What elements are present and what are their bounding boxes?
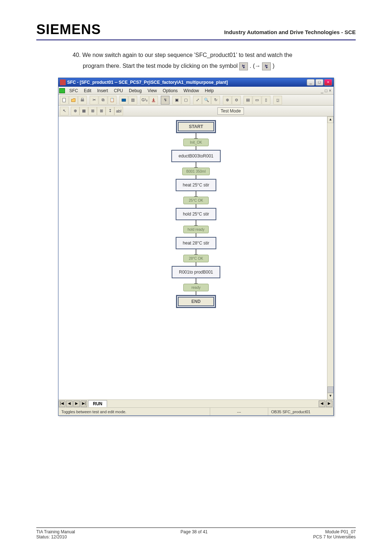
sfc-sequence: START Init_OK eductB003toR001 B001 350ml… xyxy=(171,120,221,308)
insert-alt-icon[interactable]: ⊞ xyxy=(88,107,97,115)
window-title: SFC - [SFC_product01 -- SCE_PCS7_Prj\SCE… xyxy=(67,80,307,85)
insert-jump-icon[interactable]: ↧ xyxy=(106,107,114,115)
titlebar: SFC - [SFC_product01 -- SCE_PCS7_Prj\SCE… xyxy=(58,78,334,87)
menu-insert[interactable]: Insert xyxy=(94,88,111,93)
tab-run[interactable]: RUN xyxy=(88,400,107,407)
footer-l1: TIA Training Manual xyxy=(36,529,75,534)
tab-nav-first[interactable]: |◀ xyxy=(59,401,65,407)
test-mode-icon-inline-2: ↯ xyxy=(262,62,271,70)
cut-icon[interactable]: ✂ xyxy=(90,96,98,104)
edit-toolbar: ↖ ⊕ ▦ ⊞ ⊞ ↧ abl Test Mode xyxy=(58,106,334,116)
insert-text-icon[interactable]: abl xyxy=(114,107,123,115)
test-mode-button[interactable]: ↯ xyxy=(161,96,170,104)
trans-350ml[interactable]: B001 350ml xyxy=(182,168,209,175)
step-heat25[interactable]: heat 25°C stir xyxy=(176,179,217,191)
mdi-controls: _ □ × xyxy=(321,88,333,93)
vertical-scrollbar[interactable]: ▲ ▼ xyxy=(327,116,334,399)
menu-debug[interactable]: Debug xyxy=(126,88,144,93)
trans-init-ok[interactable]: Init_OK xyxy=(183,139,209,146)
open-icon[interactable] xyxy=(69,96,78,104)
svg-rect-1 xyxy=(81,99,84,101)
step-heat28[interactable]: heat 28°C stir xyxy=(176,237,217,249)
footer-center: Page 38 of 41 xyxy=(180,529,208,539)
menu-edit[interactable]: Edit xyxy=(81,88,94,93)
trans-ready[interactable]: ready xyxy=(183,284,209,291)
status-bar: Toggles between test and edit mode. --- … xyxy=(58,407,334,415)
menu-options[interactable]: Options xyxy=(160,88,180,93)
status-message: Toggles between test and edit mode. xyxy=(58,408,210,415)
close-button[interactable]: × xyxy=(324,79,332,86)
footer-left: TIA Training Manual Status: 12/2010 xyxy=(36,529,75,539)
sfc-chart-canvas[interactable]: START Init_OK eductB003toR001 B001 350ml… xyxy=(58,116,334,399)
scroll-down-icon[interactable]: ▼ xyxy=(327,393,334,399)
step-end[interactable]: END xyxy=(176,295,216,308)
goto-icon[interactable]: G¹₀ xyxy=(140,96,149,104)
scroll-up-icon[interactable]: ▲ xyxy=(327,116,334,123)
mdi-close[interactable]: × xyxy=(329,88,331,93)
zoom-fit-icon[interactable]: ⤢ xyxy=(193,96,202,104)
maximize-button[interactable]: □ xyxy=(315,79,323,86)
hscroll-left[interactable]: ◀ xyxy=(319,401,325,407)
zoom-in-icon[interactable]: ⊕ xyxy=(223,96,232,104)
window-controls: _ □ × xyxy=(307,79,332,86)
zoom-out-icon[interactable]: ⊖ xyxy=(232,96,241,104)
view2-icon[interactable]: ▭ xyxy=(253,96,261,104)
tab-nav-prev[interactable]: ◀ xyxy=(66,401,73,407)
step-r001-prod[interactable]: R001to prodB001 xyxy=(172,266,220,278)
siemens-logo: SIEMENS xyxy=(36,22,101,37)
block-on-icon[interactable]: ▣ xyxy=(172,96,181,104)
test-mode-icon-inline: ↯ xyxy=(239,62,248,70)
scroll-track[interactable] xyxy=(327,123,334,386)
menu-window[interactable]: Window xyxy=(181,88,202,93)
svg-rect-2 xyxy=(81,98,83,99)
scroll-thumb[interactable] xyxy=(327,386,334,393)
hscroll-right[interactable]: ▶ xyxy=(326,401,332,407)
context-help-icon[interactable]: ⍰ xyxy=(273,96,282,104)
step-start[interactable]: START xyxy=(176,120,216,133)
menu-sfc[interactable]: SFC xyxy=(66,88,81,93)
status-mid: --- xyxy=(210,408,268,415)
mdi-minimize[interactable]: _ xyxy=(321,88,323,93)
paste-icon[interactable]: 📋 xyxy=(108,96,117,104)
menubar: SFC Edit Insert CPU Debug View Options W… xyxy=(58,87,334,95)
tab-nav-last[interactable]: ▶| xyxy=(81,401,87,407)
step-text-1: We now switch again to our step sequence… xyxy=(82,52,293,58)
app-icon xyxy=(60,79,66,85)
step-number: 40. xyxy=(73,52,81,58)
trans-25ok[interactable]: 25°C OK xyxy=(183,197,209,204)
header-subtitle: Industry Automation and Drive Technologi… xyxy=(224,29,356,35)
view1-icon[interactable]: ▤ xyxy=(244,96,252,104)
pointer-icon[interactable]: ↖ xyxy=(60,107,69,115)
menu-view[interactable]: View xyxy=(144,88,160,93)
menu-cpu[interactable]: CPU xyxy=(111,88,126,93)
menu-help[interactable]: Help xyxy=(202,88,217,93)
footer-right: Module P01_07 PCS 7 for Universities xyxy=(313,529,356,539)
insert-parallel-icon[interactable]: ▦ xyxy=(79,107,88,115)
view3-icon[interactable]: ▯ xyxy=(262,96,270,104)
detail-icon[interactable]: ▥ xyxy=(128,96,137,104)
mdi-restore[interactable]: □ xyxy=(325,88,327,93)
zoom-area-icon[interactable]: 🔍 xyxy=(202,96,211,104)
refresh-icon[interactable]: ↻ xyxy=(211,96,220,104)
insert-loop-icon[interactable]: ⊞ xyxy=(97,107,106,115)
step-educt[interactable]: eductB003toR001 xyxy=(171,150,221,162)
new-icon[interactable] xyxy=(60,96,69,104)
trans-28ok[interactable]: 28°C OK xyxy=(183,255,209,262)
minimize-button[interactable]: _ xyxy=(307,79,315,86)
insert-step-icon[interactable]: ⊕ xyxy=(71,107,79,115)
trans-hold-ready[interactable]: hold ready xyxy=(183,226,209,233)
svg-rect-0 xyxy=(63,98,66,102)
footer-r2: PCS 7 for Universities xyxy=(313,534,356,539)
download-icon[interactable] xyxy=(149,96,158,104)
svg-rect-4 xyxy=(152,101,155,102)
block-off-icon[interactable]: ▢ xyxy=(181,96,190,104)
close-paren: ) xyxy=(273,63,274,69)
footer-l2: Status: 12/2010 xyxy=(36,534,75,539)
print-icon[interactable] xyxy=(78,96,87,104)
step-hold25[interactable]: hold 25°C stir xyxy=(176,208,216,220)
arrow-text: . (→ xyxy=(250,63,261,69)
module-icon[interactable] xyxy=(119,96,128,104)
copy-icon[interactable]: ⧉ xyxy=(99,96,107,104)
test-mode-tooltip: Test Mode xyxy=(217,107,244,115)
tab-nav-next[interactable]: ▶ xyxy=(73,401,80,407)
